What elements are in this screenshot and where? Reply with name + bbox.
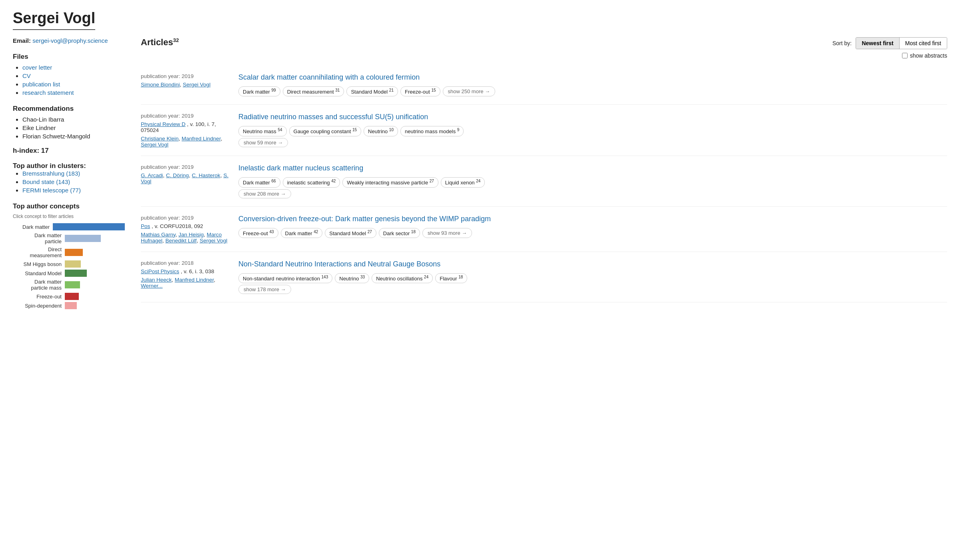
article-title[interactable]: Non-Standard Neutrino Interactions and N… (238, 260, 947, 268)
concept-bar[interactable] (65, 270, 87, 277)
top-concepts-title: Top author concepts (13, 202, 125, 210)
show-more-button[interactable]: show 93 more → (422, 228, 472, 238)
tags-row2: show 59 more → (238, 138, 947, 147)
recommendations-list: Chao-Lin Ibarra Eike Lindner Florian Sch… (13, 116, 125, 140)
author-link[interactable]: Benedikt Lülf (166, 238, 197, 244)
sort-newest-first[interactable]: Newest first (856, 38, 899, 49)
article-title[interactable]: Conversion-driven freeze-out: Dark matte… (238, 215, 947, 223)
main-header: Articles32 Sort by: Newest first Most ci… (141, 37, 947, 59)
author-link[interactable]: Werner... (141, 283, 163, 289)
concept-bar[interactable] (65, 249, 83, 256)
tag[interactable]: Neutrino oscillations 24 (372, 273, 433, 283)
tag[interactable]: Direct measurement 31 (283, 86, 344, 96)
email-label: Email: (13, 37, 31, 44)
journal: Physical Review D , v. 100, i. 7, 075024 (141, 121, 229, 133)
article-content: Conversion-driven freeze-out: Dark matte… (238, 215, 947, 244)
tag[interactable]: Dark matter 99 (238, 86, 280, 96)
sort-most-cited[interactable]: Most cited first (900, 38, 947, 49)
author-link[interactable]: C. Döring (166, 172, 189, 178)
tag[interactable]: Neutrino 10 (364, 126, 398, 136)
file-research-statement[interactable]: research statement (22, 89, 74, 96)
author-link[interactable]: Jan Heisig (178, 232, 204, 238)
concept-bar[interactable] (65, 235, 101, 242)
cluster-bound-state[interactable]: Bound state (143) (22, 178, 70, 185)
files-list: cover letter CV publication list researc… (13, 64, 125, 96)
article-title[interactable]: Radiative neutrino masses and successful… (238, 113, 947, 121)
bar-chart: Dark matter Dark matterparticle Directme… (13, 223, 125, 309)
tag[interactable]: Flavour 18 (435, 273, 467, 283)
concept-bar[interactable] (65, 293, 79, 300)
tag[interactable]: Non-standard neutrino interaction 143 (238, 273, 332, 283)
author-link[interactable]: Sergei Vogl (183, 82, 210, 88)
show-abstracts-checkbox[interactable] (902, 53, 908, 58)
email-link[interactable]: sergei-vogl@prophy.science (32, 37, 108, 44)
show-more-button[interactable]: show 59 more → (238, 138, 288, 147)
show-more-button[interactable]: show 208 more → (238, 189, 291, 198)
sort-area: Sort by: Newest first Most cited first s… (832, 37, 947, 59)
tag[interactable]: Freeze-out 15 (400, 86, 440, 96)
recommendation-item: Chao-Lin Ibarra (22, 116, 125, 123)
article-content: Inelastic dark matter nucleus scattering… (238, 164, 947, 198)
journal-link[interactable]: Physical Review D (141, 121, 186, 127)
tag[interactable]: Dark matter 42 (281, 228, 323, 238)
author-link[interactable]: Manfred Lindner (175, 277, 214, 283)
concept-label: Dark matterparticle mass (13, 279, 65, 291)
top-clusters-title: Top author in clusters: (13, 162, 125, 170)
journal-link[interactable]: SciPost Physics (141, 268, 179, 274)
concept-bar[interactable] (53, 223, 125, 230)
author-link[interactable]: Sergei Vogl (141, 142, 168, 148)
tag[interactable]: Standard Model 27 (325, 228, 376, 238)
tag[interactable]: inelastic scattering 42 (283, 177, 340, 187)
author-link[interactable]: Christiane Klein (141, 136, 179, 142)
concept-bar[interactable] (65, 281, 80, 288)
show-abstracts-row: show abstracts (832, 52, 947, 59)
cluster-fermi[interactable]: FERMI telescope (77) (22, 187, 81, 194)
show-abstracts-label: show abstracts (910, 52, 947, 59)
journal-link[interactable]: Pos (141, 223, 150, 229)
articles-title: Articles32 (141, 37, 179, 48)
tags: Dark matter 99 Direct measurement 31 Sta… (238, 86, 947, 96)
file-publication-list[interactable]: publication list (22, 81, 60, 88)
tag[interactable]: Gauge coupling constant 15 (289, 126, 362, 136)
concepts-subtitle: Click concept to filter articles (13, 214, 125, 219)
author-link[interactable]: Sergei Vogl (200, 238, 227, 244)
authors: Julian Heeck, Manfred Lindner, Werner... (141, 277, 229, 289)
tag[interactable]: Freeze-out 43 (238, 228, 278, 238)
author-link[interactable]: C. Hasterok (192, 172, 220, 178)
tags-row2: show 208 more → (238, 189, 947, 198)
tag[interactable]: Dark sector 18 (379, 228, 420, 238)
journal: Pos , v. CORFU2018, 092 (141, 223, 229, 229)
article-title[interactable]: Scalar dark matter coannihilating with a… (238, 73, 947, 82)
concept-bar[interactable] (65, 260, 81, 268)
concept-bar[interactable] (65, 302, 77, 309)
author-link[interactable]: Simone Biondini (141, 82, 180, 88)
tag[interactable]: Liquid xenon 24 (441, 177, 485, 187)
tag[interactable]: Weakly interacting massive particle 27 (342, 177, 438, 187)
show-more-button[interactable]: show 250 more → (443, 86, 496, 96)
sort-buttons: Newest first Most cited first (856, 37, 947, 49)
tag[interactable]: Neutrino mass 54 (238, 126, 287, 136)
article-title[interactable]: Inelastic dark matter nucleus scattering (238, 164, 947, 172)
file-cover-letter[interactable]: cover letter (22, 64, 52, 71)
journal-suffix: , v. CORFU2018, 092 (152, 223, 203, 229)
author-link[interactable]: Julian Heeck (141, 277, 172, 283)
article-item: publication year: 2019 Physical Review D… (141, 105, 947, 156)
journal-suffix: , v. 6, i. 3, 038 (181, 268, 214, 274)
tag[interactable]: Dark matter 66 (238, 177, 280, 187)
tag[interactable]: neutrino mass models 9 (400, 126, 464, 136)
author-link[interactable]: Mathias Garny (141, 232, 176, 238)
article-meta: publication year: 2019 Physical Review D… (141, 113, 229, 148)
sidebar: Email: sergei-vogl@prophy.science Files … (13, 37, 133, 311)
tag[interactable]: Neutrino 33 (335, 273, 369, 283)
concept-label: Standard Model (13, 270, 65, 276)
concept-label: Freeze-out (13, 294, 65, 300)
author-link[interactable]: G. Arcadi (141, 172, 163, 178)
article-content: Scalar dark matter coannihilating with a… (238, 73, 947, 96)
show-more-button[interactable]: show 178 more → (238, 285, 291, 294)
file-cv[interactable]: CV (22, 72, 31, 79)
authors: Christiane Klein, Manfred Lindner, Serge… (141, 136, 229, 148)
author-link[interactable]: Manfred Lindner (182, 136, 221, 142)
article-item: publication year: 2019 Pos , v. CORFU201… (141, 207, 947, 252)
tag[interactable]: Standard Model 21 (346, 86, 398, 96)
cluster-bremsstrahlung[interactable]: Bremsstrahlung (183) (22, 170, 80, 177)
